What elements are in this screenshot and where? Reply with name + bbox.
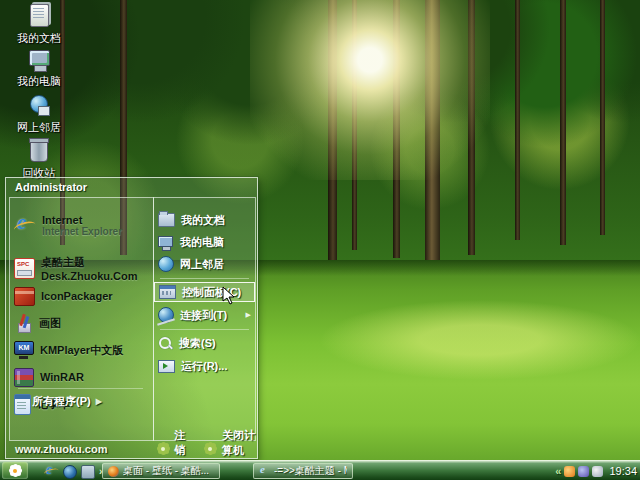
- menu-item-label: WinRAR: [40, 371, 84, 383]
- desktop-icon-recycle-bin[interactable]: 回收站: [0, 140, 78, 179]
- desktop-icon-label: 网上邻居: [0, 122, 78, 133]
- taskbar-clock: 19:34: [609, 465, 637, 477]
- quick-launch-globe-icon[interactable]: [63, 465, 77, 479]
- start-menu-left-panel: Internet Internet Explorer 桌酷主题Desk.Zhuo…: [9, 197, 154, 441]
- start-menu: Administrator Internet Internet Explorer…: [5, 177, 258, 459]
- task-button-label: -=>>桌酷主题 - Mi...: [274, 464, 347, 478]
- desktop-icon-my-documents[interactable]: 我的文档: [0, 4, 78, 44]
- menu-item-label: KMPlayer中文版: [40, 343, 123, 358]
- menu-item-label: Internet Internet Explorer: [42, 214, 122, 237]
- menu-item-label: 画图: [39, 316, 61, 331]
- tray-pet-icon[interactable]: [564, 466, 575, 477]
- all-programs-arrow-icon: ▶: [96, 397, 102, 406]
- menu-separator: [18, 388, 143, 389]
- all-programs-button[interactable]: 所有程序(P) ▶: [32, 394, 102, 409]
- start-flower-icon: [8, 463, 23, 478]
- kmplayer-icon: [14, 341, 34, 359]
- menu-item-label: 网上邻居: [180, 257, 224, 272]
- menu-item-label: 我的电脑: [180, 235, 224, 250]
- connect-to-icon: [158, 307, 174, 323]
- all-programs-label: 所有程序(P): [32, 394, 91, 409]
- taskbar: › 桌面 - 壁纸 - 桌酷... -=>>桌酷主题 - Mi... « 19:…: [0, 460, 640, 480]
- task-button-wallpaper-page[interactable]: 桌面 - 壁纸 - 桌酷...: [102, 463, 220, 479]
- menu-item-label: 桌酷主题Desk.Zhuoku.Com: [41, 255, 149, 282]
- zhuoku-website-link[interactable]: www.zhuoku.com: [15, 443, 108, 455]
- menu-item-label: 连接到(T): [180, 308, 227, 323]
- desktop-screen: 我的文档 我的电脑 网上邻居 回收站 Administrator Interne…: [0, 0, 640, 480]
- control-panel-icon: [159, 285, 176, 299]
- menu-item-label: 我的文档: [181, 213, 225, 228]
- network-places-icon: [28, 95, 50, 116]
- tree-trunk: [600, 0, 605, 235]
- menu-item-label: 运行(R)...: [181, 359, 227, 374]
- start-button[interactable]: [2, 462, 28, 479]
- desktop-icon-my-computer[interactable]: 我的电脑: [0, 50, 78, 87]
- menu-item-internet[interactable]: Internet Internet Explorer: [10, 210, 153, 240]
- menu-item-network-places[interactable]: 网上邻居: [154, 254, 255, 274]
- menu-item-sublabel: Internet Explorer: [42, 226, 122, 237]
- menu-item-connect-to[interactable]: 连接到(T) ▶: [154, 305, 255, 325]
- wallpaper-site-icon: [108, 466, 119, 477]
- icon-packager-icon: [14, 287, 35, 306]
- my-documents-folder-icon: [158, 213, 175, 227]
- search-icon: [158, 336, 173, 351]
- menu-item-search[interactable]: 搜索(S): [154, 333, 255, 353]
- turn-off-flower-icon: [203, 441, 218, 456]
- my-documents-icon: [30, 4, 49, 27]
- zhuoku-theme-icon: [14, 258, 35, 279]
- start-menu-header: Administrator: [6, 178, 257, 197]
- menu-item-iconpackager[interactable]: IconPackager: [10, 284, 153, 308]
- desktop-icon-label: 我的文档: [0, 33, 78, 44]
- menu-separator: [160, 329, 249, 330]
- menu-item-my-computer[interactable]: 我的电脑: [154, 232, 255, 252]
- system-tray: « 19:34: [555, 463, 637, 479]
- menu-item-label: IconPackager: [41, 290, 113, 302]
- paint-icon: [14, 314, 33, 333]
- quick-launch-browser-icon[interactable]: [81, 465, 95, 479]
- task-button-zhuoku-theme[interactable]: -=>>桌酷主题 - Mi...: [253, 463, 353, 479]
- quick-launch-ie-icon[interactable]: [44, 464, 59, 479]
- tree-trunk: [515, 0, 520, 240]
- menu-separator: [160, 278, 249, 279]
- menu-item-zhuoku-theme[interactable]: 桌酷主题Desk.Zhuoku.Com: [10, 256, 153, 280]
- tray-collapse-icon[interactable]: «: [555, 465, 561, 477]
- recycle-bin-icon: [30, 140, 48, 162]
- desktop-icon-my-network[interactable]: 网上邻居: [0, 95, 78, 133]
- menu-item-run[interactable]: 运行(R)...: [154, 356, 255, 376]
- network-places-icon: [158, 256, 174, 272]
- menu-item-control-panel[interactable]: 控制面板(C): [154, 282, 255, 302]
- menu-item-paint[interactable]: 画图: [10, 311, 153, 335]
- log-off-flower-icon: [156, 441, 171, 456]
- notepad-icon: [14, 394, 31, 415]
- internet-explorer-page-icon: [259, 466, 270, 477]
- menu-item-kmplayer[interactable]: KMPlayer中文版: [10, 338, 153, 362]
- task-button-label: 桌面 - 壁纸 - 桌酷...: [123, 464, 209, 478]
- tray-messenger-icon[interactable]: [578, 466, 589, 477]
- user-name: Administrator: [15, 181, 87, 193]
- quick-launch-bar: ›: [44, 464, 102, 479]
- start-menu-footer: www.zhuoku.com 注销(L) 关闭计算机(U): [6, 440, 257, 457]
- menu-item-my-documents[interactable]: 我的文档: [154, 210, 255, 230]
- run-icon: [158, 360, 175, 373]
- winrar-icon: [14, 368, 34, 387]
- tree-trunk: [560, 0, 566, 245]
- mouse-cursor: [222, 286, 236, 306]
- tray-volume-icon[interactable]: [592, 466, 603, 477]
- desktop-icon-label: 我的电脑: [0, 76, 78, 87]
- menu-item-label: 搜索(S): [179, 336, 216, 351]
- menu-item-winrar[interactable]: WinRAR: [10, 365, 153, 389]
- internet-explorer-icon: [14, 214, 36, 236]
- sun-glow: [250, 0, 490, 180]
- submenu-arrow-icon: ▶: [246, 311, 251, 319]
- my-computer-icon: [158, 236, 174, 249]
- start-menu-right-panel: 我的文档 我的电脑 网上邻居 控制面板(C) 连接到(T) ▶: [153, 197, 256, 441]
- my-computer-icon: [27, 50, 51, 70]
